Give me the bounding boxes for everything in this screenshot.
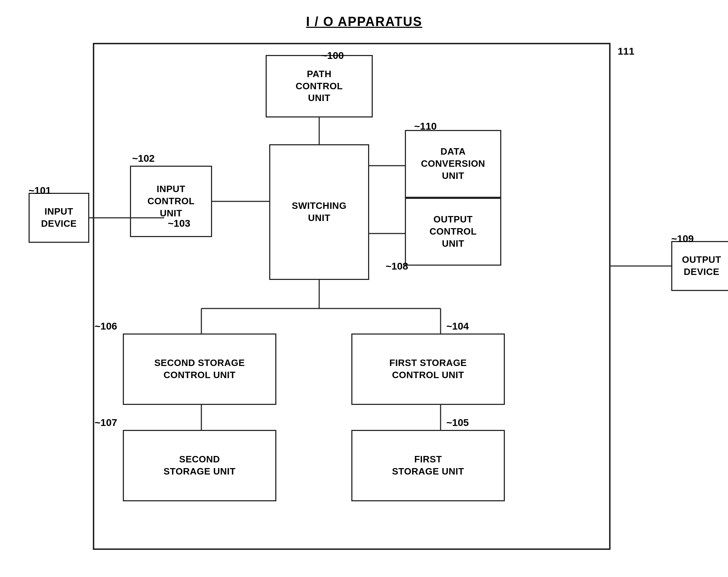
second-storage-control-unit: SECOND STORAGE CONTROL UNIT — [123, 333, 276, 405]
second-storage-unit: SECOND STORAGE UNIT — [123, 430, 276, 501]
ref-110: ~110 — [414, 121, 437, 132]
ref-107: ~107 — [95, 417, 117, 428]
ref-105: ~105 — [446, 417, 469, 428]
ref-100: ~100 — [321, 50, 344, 61]
ref-101: ~101 — [29, 185, 51, 196]
ref-109: ~109 — [671, 233, 694, 245]
ref-106: ~106 — [95, 321, 117, 332]
ref-104: ~104 — [446, 321, 469, 332]
ref-111: 111 — [618, 46, 634, 57]
main-box: PATH CONTROL UNIT INPUT CONTROL UNIT SWI… — [93, 43, 611, 550]
first-storage-unit: FIRST STORAGE UNIT — [351, 430, 505, 501]
output-control-unit: OUTPUT CONTROL UNIT — [405, 198, 501, 266]
ref-108: ~108 — [386, 261, 408, 272]
ref-102: ~102 — [132, 153, 155, 164]
ref-103: ~103 — [168, 218, 190, 229]
diagram-container: I / O APPARATUS — [29, 14, 700, 564]
path-control-unit: PATH CONTROL UNIT — [266, 55, 373, 117]
data-conversion-unit: DATA CONVERSION UNIT — [405, 130, 501, 198]
switching-unit: SWITCHING UNIT — [269, 144, 369, 280]
first-storage-control-unit: FIRST STORAGE CONTROL UNIT — [351, 333, 505, 405]
input-device: INPUT DEVICE — [29, 193, 89, 243]
diagram-title: I / O APPARATUS — [29, 14, 700, 29]
output-device: OUTPUT DEVICE — [671, 241, 728, 291]
